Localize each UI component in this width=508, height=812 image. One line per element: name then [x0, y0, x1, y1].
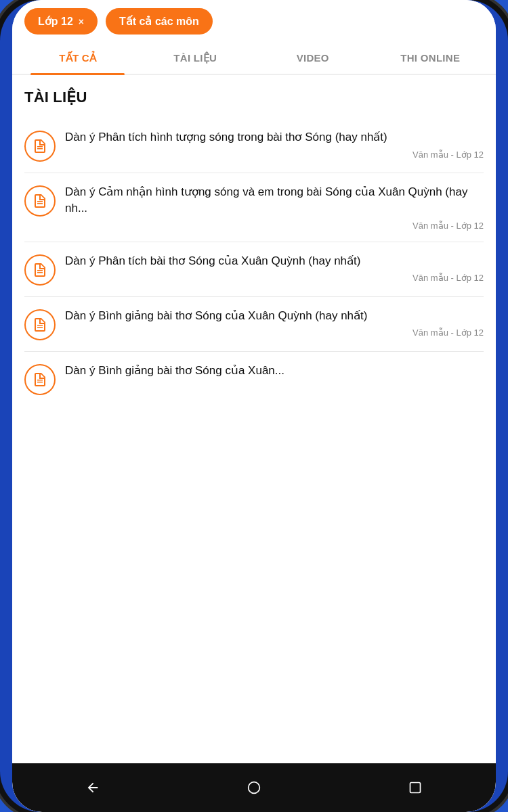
- item-content: Dàn ý Phân tích bài thơ Sóng của Xuân Qu…: [65, 253, 484, 284]
- item-content: Dàn ý Bình giảng bài thơ Sóng của Xuân..…: [65, 363, 484, 383]
- item-title: Dàn ý Phân tích hình tượng sóng trong bà…: [65, 129, 484, 145]
- item-content: Dàn ý Cảm nhận hình tượng sóng và em tro…: [65, 184, 484, 231]
- item-content: Dàn ý Bình giảng bài thơ Sóng của Xuân Q…: [65, 308, 484, 338]
- item-content: Dàn ý Phân tích hình tượng sóng trong bà…: [65, 129, 484, 160]
- tab-video[interactable]: VIDEO: [254, 43, 372, 74]
- document-icon: [24, 364, 56, 395]
- tab-tat-ca[interactable]: TẤT CẢ: [19, 43, 137, 74]
- list-item[interactable]: Dàn ý Phân tích hình tượng sóng trong bà…: [24, 118, 484, 173]
- bottom-nav: [12, 763, 496, 812]
- item-meta: Văn mẫu - Lớp 12: [65, 328, 484, 338]
- tabs-container: TẤT CẢ TÀI LIỆU VIDEO THI ONLINE: [12, 43, 496, 75]
- tab-thi-online[interactable]: THI ONLINE: [372, 43, 490, 74]
- subject-chip-label: Tất cả các môn: [119, 15, 199, 28]
- subject-chip[interactable]: Tất cả các môn: [106, 8, 213, 35]
- back-button[interactable]: [79, 774, 106, 801]
- item-title: Dàn ý Bình giảng bài thơ Sóng của Xuân..…: [65, 363, 484, 379]
- home-button[interactable]: [240, 774, 268, 801]
- filter-chips-container: Lớp 12 × Tất cả các môn: [12, 0, 496, 43]
- item-title: Dàn ý Phân tích bài thơ Sóng của Xuân Qu…: [65, 253, 484, 269]
- section-title: TÀI LIỆU: [24, 89, 484, 106]
- content-area: TÀI LIỆU Dàn ý Phân tích hình tượng sóng…: [12, 75, 496, 763]
- document-icon: [24, 254, 56, 286]
- item-title: Dàn ý Bình giảng bài thơ Sóng của Xuân Q…: [65, 308, 484, 324]
- svg-point-0: [249, 782, 260, 794]
- grade-chip[interactable]: Lớp 12 ×: [24, 8, 98, 35]
- document-icon: [24, 131, 56, 162]
- list-item[interactable]: Dàn ý Phân tích bài thơ Sóng của Xuân Qu…: [24, 242, 484, 297]
- svg-rect-1: [410, 783, 421, 793]
- phone-frame: Lớp 12 × Tất cả các môn TẤT CẢ TÀI LIỆU …: [0, 0, 508, 812]
- grade-chip-close[interactable]: ×: [79, 16, 84, 27]
- item-meta: Văn mẫu - Lớp 12: [65, 273, 484, 283]
- document-icon: [24, 309, 56, 340]
- document-icon: [24, 185, 56, 217]
- list-item[interactable]: Dàn ý Cảm nhận hình tượng sóng và em tro…: [24, 173, 484, 242]
- item-meta: Văn mẫu - Lớp 12: [65, 221, 484, 231]
- tab-tai-lieu[interactable]: TÀI LIỆU: [137, 43, 255, 74]
- list-item[interactable]: Dàn ý Bình giảng bài thơ Sóng của Xuân..…: [24, 352, 484, 406]
- recent-apps-button[interactable]: [402, 774, 429, 801]
- item-title: Dàn ý Cảm nhận hình tượng sóng và em tro…: [65, 184, 484, 217]
- item-meta: Văn mẫu - Lớp 12: [65, 150, 484, 160]
- grade-chip-label: Lớp 12: [38, 15, 73, 28]
- list-item[interactable]: Dàn ý Bình giảng bài thơ Sóng của Xuân Q…: [24, 297, 484, 352]
- screen: Lớp 12 × Tất cả các môn TẤT CẢ TÀI LIỆU …: [12, 0, 496, 812]
